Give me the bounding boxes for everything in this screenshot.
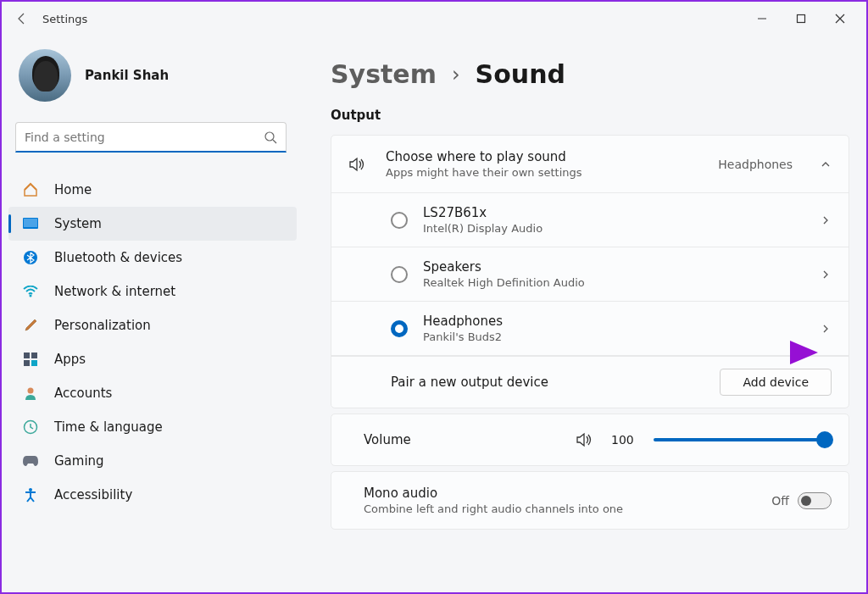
svg-rect-5 <box>24 219 37 227</box>
sidebar-item-label: System <box>54 216 102 231</box>
window-title: Settings <box>42 13 87 25</box>
sidebar-item-label: Gaming <box>54 453 104 469</box>
mono-title: Mono audio <box>364 486 771 501</box>
svg-line-3 <box>273 140 276 143</box>
mono-audio-card: Mono audio Combine left and right audio … <box>331 471 849 530</box>
sidebar: Pankil Shah Home System Bluetooth & devi… <box>2 36 307 592</box>
svg-point-14 <box>29 488 32 491</box>
sidebar-item-label: Network & internet <box>54 284 175 299</box>
search-input[interactable] <box>25 130 264 144</box>
device-item-ls27b61x[interactable]: LS27B61x Intel(R) Display Audio <box>331 193 849 247</box>
toggle-knob <box>801 496 811 506</box>
svg-point-7 <box>30 295 32 297</box>
sidebar-nav: Home System Bluetooth & devices Network … <box>8 169 297 515</box>
sidebar-item-time-language[interactable]: Time & language <box>8 410 297 444</box>
search-icon <box>264 130 277 144</box>
device-list: LS27B61x Intel(R) Display Audio Speakers… <box>331 192 849 408</box>
sidebar-item-label: Apps <box>54 352 86 367</box>
sidebar-item-gaming[interactable]: Gaming <box>8 444 297 478</box>
avatar <box>19 49 71 102</box>
back-button[interactable] <box>8 5 36 32</box>
chevron-right-icon[interactable] <box>820 323 832 335</box>
chevron-right-icon[interactable] <box>820 214 832 226</box>
svg-rect-9 <box>31 353 37 358</box>
device-name: LS27B61x <box>423 205 804 220</box>
device-sub: Realtek High Definition Audio <box>423 276 804 289</box>
person-icon <box>22 385 39 402</box>
device-name: Speakers <box>423 259 804 275</box>
breadcrumb-parent[interactable]: System <box>331 59 437 89</box>
minimize-button[interactable] <box>743 5 782 32</box>
pair-label: Pair a new output device <box>391 375 548 390</box>
pair-device-row: Pair a new output device Add device <box>331 356 849 408</box>
sidebar-item-label: Accessibility <box>54 487 132 502</box>
wifi-icon <box>22 283 39 300</box>
titlebar: Settings <box>2 2 866 36</box>
radio-selected[interactable] <box>391 320 408 337</box>
section-output-label: Output <box>331 108 849 123</box>
output-title: Choose where to play sound <box>386 149 699 164</box>
home-icon <box>22 181 39 198</box>
svg-rect-8 <box>24 353 30 358</box>
device-sub: Pankil's Buds2 <box>423 330 804 343</box>
sidebar-item-label: Time & language <box>54 419 163 435</box>
svg-rect-11 <box>31 360 37 366</box>
chevron-up-icon <box>820 158 832 170</box>
sidebar-item-apps[interactable]: Apps <box>8 342 297 376</box>
add-device-button[interactable]: Add device <box>720 369 832 396</box>
output-card-header[interactable]: Choose where to play sound Apps might ha… <box>331 136 849 192</box>
user-card[interactable]: Pankil Shah <box>8 42 297 115</box>
volume-label: Volume <box>364 432 559 447</box>
output-subtitle: Apps might have their own settings <box>386 166 699 179</box>
apps-icon <box>22 351 39 368</box>
sidebar-item-system[interactable]: System <box>8 207 297 241</box>
sidebar-item-label: Bluetooth & devices <box>54 250 182 265</box>
chevron-right-icon: › <box>452 63 460 86</box>
bluetooth-icon <box>22 249 39 266</box>
sidebar-item-accessibility[interactable]: Accessibility <box>8 478 297 512</box>
mono-state: Off <box>771 494 789 508</box>
output-card: Choose where to play sound Apps might ha… <box>331 135 849 408</box>
sidebar-item-bluetooth[interactable]: Bluetooth & devices <box>8 241 297 275</box>
maximize-button[interactable] <box>782 5 821 32</box>
sidebar-item-accounts[interactable]: Accounts <box>8 376 297 410</box>
sidebar-item-label: Accounts <box>54 386 112 401</box>
clock-icon <box>22 419 39 436</box>
svg-point-2 <box>265 132 274 141</box>
radio-unselected[interactable] <box>391 212 408 229</box>
svg-rect-1 <box>798 15 805 23</box>
user-name: Pankil Shah <box>85 68 169 83</box>
sidebar-item-label: Home <box>54 182 92 197</box>
mono-toggle[interactable] <box>798 492 832 509</box>
radio-unselected[interactable] <box>391 266 408 283</box>
volume-value: 100 <box>611 433 637 447</box>
close-button[interactable] <box>821 5 860 32</box>
breadcrumb-current: Sound <box>476 59 565 89</box>
main-content: System › Sound Output Choose where to pl… <box>307 36 866 592</box>
slider-thumb[interactable] <box>816 431 833 448</box>
volume-slider[interactable] <box>654 438 832 441</box>
paintbrush-icon <box>22 317 39 334</box>
device-sub: Intel(R) Display Audio <box>423 222 804 235</box>
search-input-wrap[interactable] <box>15 122 287 153</box>
sidebar-item-network[interactable]: Network & internet <box>8 275 297 308</box>
window-controls <box>743 5 860 32</box>
volume-card: Volume 100 <box>331 414 849 466</box>
system-icon <box>22 215 39 232</box>
accessibility-icon <box>22 486 39 503</box>
gamepad-icon <box>22 452 39 469</box>
sidebar-item-personalization[interactable]: Personalization <box>8 308 297 342</box>
svg-rect-10 <box>24 360 30 366</box>
speaker-icon[interactable] <box>576 431 594 448</box>
mono-subtitle: Combine left and right audio channels in… <box>364 502 771 515</box>
sidebar-item-label: Personalization <box>54 318 151 333</box>
device-item-headphones[interactable]: Headphones Pankil's Buds2 <box>331 302 849 356</box>
sidebar-item-home[interactable]: Home <box>8 173 297 207</box>
speaker-icon <box>348 156 367 173</box>
device-name: Headphones <box>423 314 804 329</box>
output-selected-label: Headphones <box>718 158 793 171</box>
breadcrumb: System › Sound <box>331 59 849 89</box>
chevron-right-icon[interactable] <box>820 269 832 280</box>
device-item-speakers[interactable]: Speakers Realtek High Definition Audio <box>331 247 849 302</box>
svg-point-12 <box>28 388 34 394</box>
